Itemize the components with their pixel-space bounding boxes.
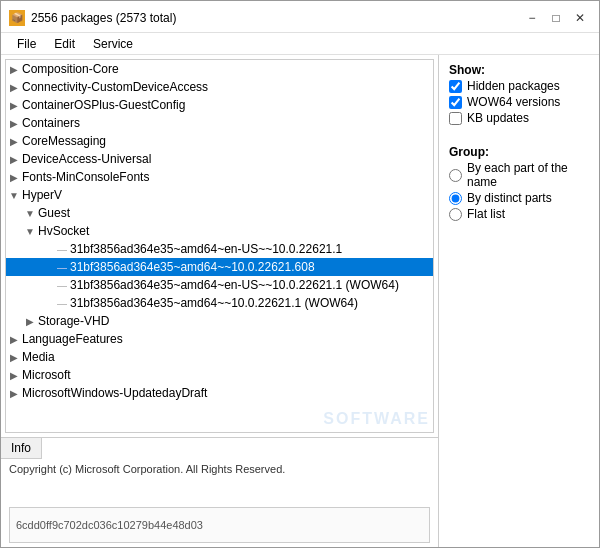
tree-item[interactable]: ▼HyperV [6,186,433,204]
kb-updates-label: KB updates [467,111,529,125]
expand-icon: — [54,280,70,291]
kb-updates-checkbox[interactable] [449,112,462,125]
expand-icon: ▼ [22,208,38,219]
show-label: Show: [449,63,589,77]
distinct-parts-label: By distinct parts [467,191,552,205]
package-tree[interactable]: ▶Composition-Core▶Connectivity-CustomDev… [5,59,434,433]
right-panel: Show: Hidden packages WOW64 versions KB … [439,55,599,547]
wow64-label: WOW64 versions [467,95,560,109]
app-icon: 📦 [9,10,25,26]
expand-icon: ▶ [22,316,38,327]
close-button[interactable]: ✕ [569,7,591,29]
tree-item[interactable]: ▼HvSocket [6,222,433,240]
menu-file[interactable]: File [9,35,44,53]
info-section: Info Copyright (c) Microsoft Corporation… [1,437,438,547]
expand-icon: — [54,244,70,255]
tree-item-label: Microsoft [22,368,71,382]
expand-icon: ▶ [6,370,22,381]
tree-item-label: 31bf3856ad364e35~amd64~en-US~~10.0.22621… [70,242,342,256]
expand-icon: ▶ [6,334,22,345]
expand-icon: ▶ [6,64,22,75]
tree-item-label: ContainerOSPlus-GuestConfig [22,98,185,112]
tree-item[interactable]: ▶DeviceAccess-Universal [6,150,433,168]
tree-item-label: DeviceAccess-Universal [22,152,151,166]
menu-service[interactable]: Service [85,35,141,53]
tree-item[interactable]: ▶ContainerOSPlus-GuestConfig [6,96,433,114]
tree-item-label: HyperV [22,188,62,202]
tree-item-label: HvSocket [38,224,89,238]
tree-item[interactable]: ▶Microsoft [6,366,433,384]
maximize-button[interactable]: □ [545,7,567,29]
expand-icon: ▶ [6,388,22,399]
expand-icon: — [54,298,70,309]
expand-icon: ▶ [6,154,22,165]
hidden-packages-label: Hidden packages [467,79,560,93]
expand-icon: ▶ [6,352,22,363]
flat-list-label: Flat list [467,207,505,221]
expand-icon: — [54,262,70,273]
tree-item[interactable]: ▶Containers [6,114,433,132]
left-panel: ▶Composition-Core▶Connectivity-CustomDev… [1,55,439,547]
copyright-text: Copyright (c) Microsoft Corporation. All… [1,459,438,503]
expand-icon: ▶ [6,82,22,93]
group-label: Group: [449,145,589,159]
tree-item[interactable]: —31bf3856ad364e35~amd64~en-US~~10.0.2262… [6,240,433,258]
tree-item-label: Composition-Core [22,62,119,76]
tree-item[interactable]: —31bf3856ad364e35~amd64~~10.0.22621.608 [6,258,433,276]
tree-item-label: 31bf3856ad364e35~amd64~~10.0.22621.608 [70,260,315,274]
flat-list-radio[interactable] [449,208,462,221]
expand-icon: ▶ [6,118,22,129]
window-controls: − □ ✕ [521,7,591,29]
tree-item-label: Connectivity-CustomDeviceAccess [22,80,208,94]
tree-item-label: 31bf3856ad364e35~amd64~en-US~~10.0.22621… [70,278,399,292]
expand-icon: ▶ [6,100,22,111]
window-title: 2556 packages (2573 total) [31,11,176,25]
tree-item[interactable]: —31bf3856ad364e35~amd64~en-US~~10.0.2262… [6,276,433,294]
tree-item[interactable]: ▶LanguageFeatures [6,330,433,348]
tree-item-label: MicrosoftWindows-UpdatedayDraft [22,386,207,400]
minimize-button[interactable]: − [521,7,543,29]
tree-item[interactable]: —31bf3856ad364e35~amd64~~10.0.22621.1 (W… [6,294,433,312]
tree-item[interactable]: ▶Fonts-MinConsoleFonts [6,168,433,186]
info-tab[interactable]: Info [1,438,42,459]
hidden-packages-checkbox[interactable] [449,80,462,93]
hash-display: 6cdd0ff9c702dc036c10279b44e48d03 [9,507,430,543]
tree-item[interactable]: ▶Media [6,348,433,366]
tree-item-label: Fonts-MinConsoleFonts [22,170,149,184]
tree-item[interactable]: ▶Composition-Core [6,60,433,78]
tree-item[interactable]: ▼Guest [6,204,433,222]
tree-item-label: CoreMessaging [22,134,106,148]
expand-icon: ▶ [6,172,22,183]
tree-item-label: Guest [38,206,70,220]
distinct-parts-radio[interactable] [449,192,462,205]
tree-item-label: 31bf3856ad364e35~amd64~~10.0.22621.1 (WO… [70,296,358,310]
tree-item-label: Containers [22,116,80,130]
tree-item-label: Media [22,350,55,364]
menu-bar: File Edit Service [1,33,599,55]
each-part-radio[interactable] [449,169,462,182]
menu-edit[interactable]: Edit [46,35,83,53]
each-part-label: By each part of the name [467,161,589,189]
tree-item[interactable]: ▶CoreMessaging [6,132,433,150]
expand-icon: ▼ [6,190,22,201]
tree-item[interactable]: ▶Connectivity-CustomDeviceAccess [6,78,433,96]
expand-icon: ▶ [6,136,22,147]
tree-item-label: LanguageFeatures [22,332,123,346]
wow64-checkbox[interactable] [449,96,462,109]
tree-item[interactable]: ▶Storage-VHD [6,312,433,330]
tree-item[interactable]: ▶MicrosoftWindows-UpdatedayDraft [6,384,433,402]
title-bar: 📦 2556 packages (2573 total) − □ ✕ [1,1,599,33]
tree-item-label: Storage-VHD [38,314,109,328]
expand-icon: ▼ [22,226,38,237]
main-area: ▶Composition-Core▶Connectivity-CustomDev… [1,55,599,547]
